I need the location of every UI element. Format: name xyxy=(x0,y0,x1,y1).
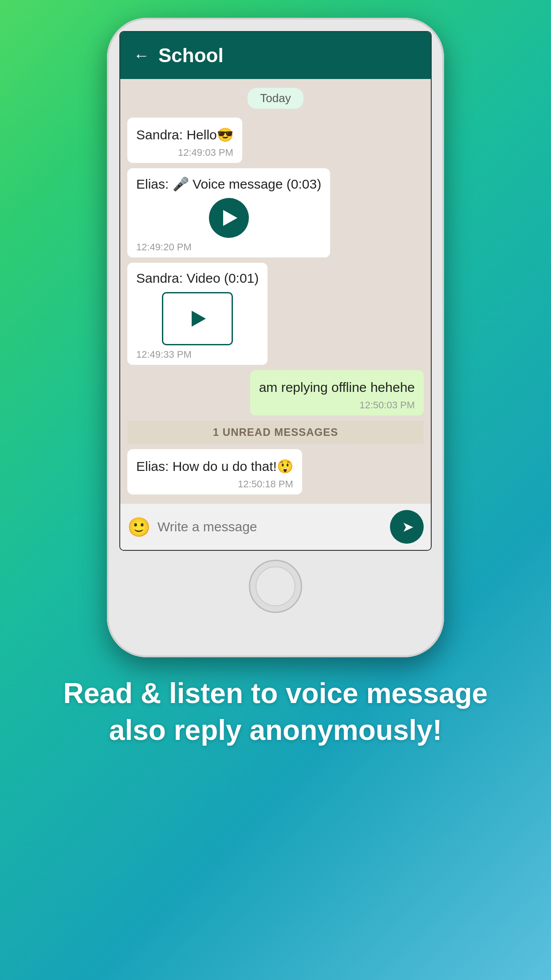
video-thumbnail[interactable] xyxy=(162,292,233,345)
voice-time: 12:49:20 PM xyxy=(136,241,192,253)
emoji-button[interactable]: 🙂 xyxy=(127,516,150,538)
video-time: 12:49:33 PM xyxy=(136,349,192,360)
play-icon xyxy=(223,210,237,226)
message-text-5: Elias: How do u do that!😲 xyxy=(136,457,293,476)
phone-screen: ← School Today Sandra: Hello😎 12:49:03 P… xyxy=(119,31,432,551)
video-message-bubble: Sandra: Video (0:01) 12:49:33 PM xyxy=(127,263,268,365)
message-bubble-1: Sandra: Hello😎 12:49:03 PM xyxy=(127,118,242,163)
input-bar: 🙂 ➤ xyxy=(120,503,431,550)
sent-bubble: am replying offline hehehe 12:50:03 PM xyxy=(250,370,424,415)
video-label: Sandra: Video (0:01) xyxy=(136,271,259,286)
voice-message-bubble: Elias: 🎤 Voice message (0:03) 12:49:20 P… xyxy=(127,168,330,257)
play-voice-button[interactable] xyxy=(209,198,249,238)
unread-divider: 1 UNREAD MESSAGES xyxy=(127,421,424,444)
send-button[interactable]: ➤ xyxy=(390,510,424,544)
home-button-inner xyxy=(256,566,295,606)
bottom-caption: Read & listen to voice message also repl… xyxy=(0,657,551,767)
back-button[interactable]: ← xyxy=(134,46,150,65)
message-text-1: Sandra: Hello😎 xyxy=(136,126,233,144)
message-time-5: 12:50:18 PM xyxy=(238,478,293,490)
message-input[interactable] xyxy=(157,519,383,534)
sent-time: 12:50:03 PM xyxy=(359,399,415,411)
video-play-icon xyxy=(192,311,206,327)
send-icon: ➤ xyxy=(402,518,414,535)
phone-frame: ← School Today Sandra: Hello😎 12:49:03 P… xyxy=(107,18,444,657)
home-button[interactable] xyxy=(249,560,302,613)
message-time-1: 12:49:03 PM xyxy=(178,147,233,158)
date-badge: Today xyxy=(248,88,303,109)
message-bubble-5: Elias: How do u do that!😲 12:50:18 PM xyxy=(127,449,302,494)
chat-body: Today Sandra: Hello😎 12:49:03 PM Elias: … xyxy=(120,79,431,503)
chat-title: School xyxy=(158,44,224,67)
sent-text: am replying offline hehehe xyxy=(259,378,415,397)
chat-header: ← School xyxy=(120,32,431,79)
voice-label: Elias: 🎤 Voice message (0:03) xyxy=(136,176,321,192)
